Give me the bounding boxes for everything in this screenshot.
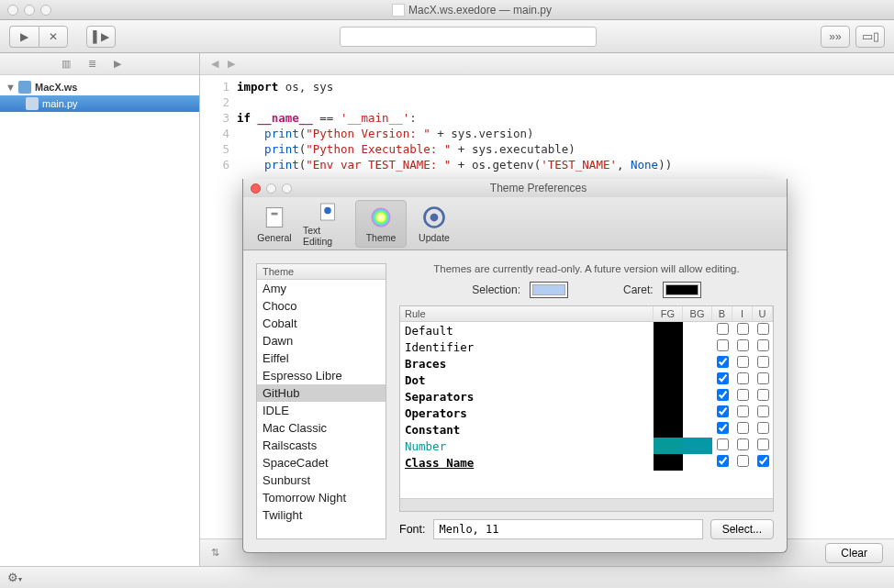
breakpoint-button[interactable]: ▌▶: [86, 26, 116, 48]
fg-swatch[interactable]: [654, 355, 683, 372]
u-checkbox[interactable]: [757, 422, 769, 434]
rule-row[interactable]: Braces: [400, 355, 773, 372]
bg-swatch[interactable]: [683, 355, 712, 372]
nav-back-icon[interactable]: ◀: [211, 58, 218, 70]
b-checkbox[interactable]: [717, 339, 729, 351]
fg-swatch[interactable]: [654, 388, 683, 405]
fg-swatch[interactable]: [654, 322, 683, 338]
clear-button[interactable]: Clear: [825, 543, 883, 563]
fg-swatch[interactable]: [654, 421, 683, 438]
dialog-zoom-button[interactable]: [282, 183, 292, 194]
theme-item[interactable]: Dawn: [257, 332, 386, 349]
u-checkbox[interactable]: [757, 356, 769, 368]
col-header-italic[interactable]: I: [732, 306, 753, 321]
u-checkbox[interactable]: [757, 455, 769, 467]
rule-row[interactable]: Constant: [400, 421, 773, 438]
theme-item[interactable]: Railscasts: [257, 437, 386, 454]
search-field[interactable]: [340, 27, 597, 47]
bg-swatch[interactable]: [683, 322, 712, 338]
u-checkbox[interactable]: [757, 372, 769, 384]
dialog-minimize-button[interactable]: [266, 183, 276, 194]
i-checkbox[interactable]: [737, 339, 749, 351]
rule-row[interactable]: Operators: [400, 405, 773, 421]
rule-row[interactable]: Identifier: [400, 338, 773, 355]
folder-mode-icon[interactable]: ▥: [57, 57, 75, 72]
window-minimize-button[interactable]: [24, 5, 35, 16]
fg-swatch[interactable]: [654, 372, 683, 388]
i-checkbox[interactable]: [737, 405, 749, 417]
selection-color-swatch[interactable]: [530, 282, 568, 298]
b-checkbox[interactable]: [717, 455, 729, 467]
theme-item[interactable]: Choco: [257, 297, 386, 315]
run-button[interactable]: ▶: [9, 26, 39, 48]
font-input[interactable]: [433, 519, 703, 539]
library-button[interactable]: ▭▯: [855, 26, 885, 48]
theme-item[interactable]: Cobalt: [257, 315, 386, 332]
gear-icon[interactable]: ⚙▾: [7, 571, 22, 584]
prefs-tab-text-editing[interactable]: Text Editing: [302, 200, 353, 248]
i-checkbox[interactable]: [737, 438, 749, 450]
theme-item[interactable]: Amy: [257, 280, 386, 297]
file-row-main-py[interactable]: main.py: [0, 95, 199, 112]
chevron-down-icon[interactable]: ▼: [6, 82, 15, 93]
font-select-button[interactable]: Select...: [710, 519, 774, 539]
dialog-close-button[interactable]: [251, 183, 261, 194]
i-checkbox[interactable]: [737, 422, 749, 434]
bg-swatch[interactable]: [683, 338, 712, 355]
b-checkbox[interactable]: [717, 356, 729, 368]
theme-item[interactable]: Eiffel: [257, 349, 386, 367]
project-root-row[interactable]: ▼ MacX.ws: [0, 79, 199, 95]
symbols-mode-icon[interactable]: ≣: [83, 57, 101, 72]
b-checkbox[interactable]: [717, 422, 729, 434]
theme-item[interactable]: Twilight: [257, 506, 386, 524]
u-checkbox[interactable]: [757, 339, 769, 351]
u-checkbox[interactable]: [757, 438, 769, 450]
theme-item[interactable]: GitHub: [257, 384, 386, 402]
u-checkbox[interactable]: [757, 389, 769, 401]
theme-item[interactable]: SpaceCadet: [257, 454, 386, 472]
caret-color-swatch[interactable]: [663, 282, 701, 298]
theme-item[interactable]: Espresso Libre: [257, 367, 386, 384]
bg-swatch[interactable]: [683, 372, 712, 388]
u-checkbox[interactable]: [757, 323, 769, 335]
bg-swatch[interactable]: [683, 438, 712, 454]
b-checkbox[interactable]: [717, 372, 729, 384]
window-close-button[interactable]: [7, 5, 18, 16]
fg-swatch[interactable]: [654, 338, 683, 355]
console-toggle-icon[interactable]: ⇅: [211, 547, 219, 559]
theme-item[interactable]: Sunburst: [257, 472, 386, 489]
rule-row[interactable]: Dot: [400, 372, 773, 388]
step-button[interactable]: »»: [821, 26, 850, 48]
prefs-tab-update[interactable]: Update: [408, 200, 460, 248]
rule-row[interactable]: Separators: [400, 388, 773, 405]
prefs-tab-general[interactable]: General: [249, 200, 300, 248]
col-header-bg[interactable]: BG: [683, 306, 712, 321]
tag-mode-icon[interactable]: ▶: [108, 57, 127, 72]
b-checkbox[interactable]: [717, 389, 729, 401]
fg-swatch[interactable]: [654, 454, 683, 471]
horizontal-scrollbar[interactable]: [400, 498, 773, 511]
nav-forward-icon[interactable]: ▶: [228, 58, 235, 70]
rule-row[interactable]: Default: [400, 322, 773, 338]
bg-swatch[interactable]: [683, 388, 712, 405]
fg-swatch[interactable]: [654, 438, 683, 454]
i-checkbox[interactable]: [737, 455, 749, 467]
b-checkbox[interactable]: [717, 405, 729, 417]
bg-swatch[interactable]: [683, 454, 712, 471]
u-checkbox[interactable]: [757, 405, 769, 417]
i-checkbox[interactable]: [737, 372, 749, 384]
prefs-tab-theme[interactable]: Theme: [355, 200, 407, 248]
rule-row[interactable]: Number: [400, 438, 773, 454]
rule-row[interactable]: Class Name: [400, 454, 773, 471]
theme-item[interactable]: IDLE: [257, 402, 386, 419]
window-zoom-button[interactable]: [40, 5, 51, 16]
b-checkbox[interactable]: [717, 438, 729, 450]
i-checkbox[interactable]: [737, 356, 749, 368]
theme-item[interactable]: Mac Classic: [257, 419, 386, 437]
stop-button[interactable]: ✕: [39, 26, 68, 48]
col-header-rule[interactable]: Rule: [400, 306, 654, 321]
bg-swatch[interactable]: [683, 421, 712, 438]
col-header-bold[interactable]: B: [712, 306, 732, 321]
theme-item[interactable]: Tomorrow Night: [257, 489, 386, 506]
col-header-underline[interactable]: U: [753, 306, 773, 321]
